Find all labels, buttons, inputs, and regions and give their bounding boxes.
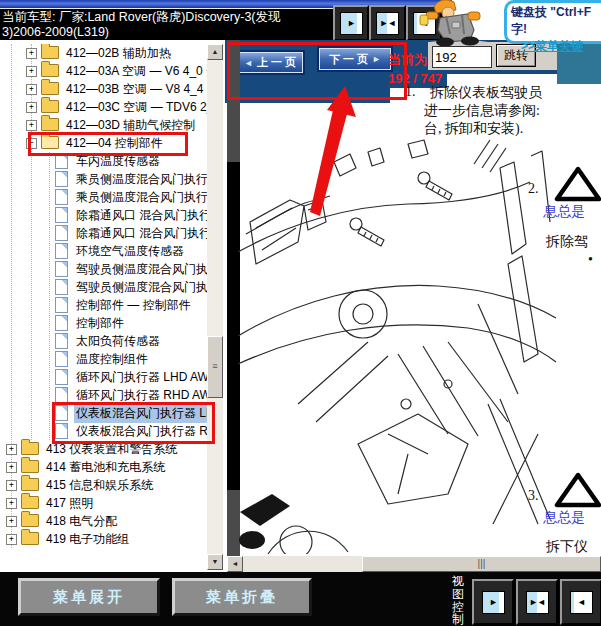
tree-item[interactable]: 环境空气温度传感器 (0, 242, 207, 260)
tree-item[interactable]: 控制部件 — 控制部件 (0, 296, 207, 314)
document-icon (55, 189, 68, 205)
right-arrow-icon: ► (372, 54, 381, 64)
tree-item[interactable]: +419 电子功能组 (0, 530, 207, 548)
pane-both-icon: ►◄ (526, 591, 549, 614)
tree-item[interactable]: 循环风门执行器 RHD AWD (0, 386, 207, 404)
tree-item[interactable]: +413 仪表装置和警告系统 (0, 440, 207, 458)
pane-show-right-button[interactable]: ► (333, 5, 369, 41)
tree-item-label: 循环风门执行器 LHD AWD (74, 368, 207, 387)
tree-scrollbar-thumb[interactable]: ≡ (207, 336, 223, 398)
pane-right-icon: ► (482, 591, 505, 614)
step3-info-link[interactable]: 息总是 (543, 509, 585, 527)
tree-item[interactable]: 控制部件 (0, 314, 207, 332)
tree-item[interactable]: +415 信息和娱乐系统 (0, 476, 207, 494)
expand-icon[interactable]: + (26, 84, 37, 95)
expand-icon[interactable]: + (26, 48, 37, 59)
previous-page-button[interactable]: ◄ 上 一 页 (237, 52, 303, 73)
tree-item[interactable]: 乘员侧温度混合风门执行器 (0, 188, 207, 206)
pane-both-icon: ►◄ (376, 12, 399, 35)
step2-text: 拆除驾 (546, 233, 588, 251)
tree-item[interactable]: +412—03C 空调 — TDV6 2_ (0, 98, 207, 116)
tree-item-label: 循环风门执行器 RHD AWD (74, 386, 207, 405)
tree-item[interactable]: 太阳负荷传感器 (0, 332, 207, 350)
expand-icon[interactable]: + (6, 444, 17, 455)
step2-info-link[interactable]: 息总是 (543, 203, 585, 221)
tree-item[interactable]: 仪表板混合风门执行器 RHD (0, 422, 207, 440)
menu-expand-button[interactable]: 菜单展开 (18, 578, 160, 616)
app-window: 当前车型: 厂家:Land Rover(路虎)Discovery-3(发现 3)… (0, 0, 601, 626)
folder-icon (21, 496, 39, 509)
expand-icon[interactable]: + (6, 534, 17, 545)
folder-icon (41, 64, 59, 77)
expand-icon[interactable]: + (26, 102, 37, 113)
view-split-both-button[interactable]: ►◄ (516, 579, 558, 625)
tree-item[interactable]: 驾驶员侧温度混合风门执行器 (0, 260, 207, 278)
document-icon (55, 315, 68, 331)
tree-scroll-down-button[interactable]: ▼ (207, 554, 223, 570)
document-icon (55, 171, 68, 187)
tree-item[interactable]: +412—03B 空调 — V8 4_4 升 (0, 80, 207, 98)
step1-number: 1. (405, 84, 416, 100)
tree-item-label: 412—04 控制部件 (64, 134, 165, 153)
tree-item[interactable]: +412—03A 空调 — V6 4_0 升 (0, 62, 207, 80)
tree-item[interactable]: 除霜通风口 混合风门执行器 (0, 206, 207, 224)
tree-item[interactable]: −412—04 控制部件 (0, 134, 207, 152)
menu-keyword-link[interactable]: >>菜单关键 (521, 38, 601, 55)
folder-icon (21, 478, 39, 491)
expand-icon[interactable]: + (26, 120, 37, 131)
tree-item-label: 环境空气温度传感器 (74, 242, 186, 261)
step2-number: 2. (528, 181, 539, 197)
page-number-input[interactable] (432, 46, 492, 68)
tree-scroll-up-button[interactable]: ▲ (207, 44, 223, 60)
view-show-left-button[interactable]: ◄ (560, 579, 601, 625)
document-icon (55, 423, 68, 439)
tree-item[interactable]: +418 电气分配 (0, 512, 207, 530)
document-icon (55, 333, 68, 349)
document-icon (55, 279, 68, 295)
document-icon (55, 261, 68, 277)
tree-item-label: 控制部件 — 控制部件 (74, 296, 193, 315)
document-icon (55, 369, 68, 385)
tree-item[interactable]: 乘员侧温度混合风门执行器 (0, 170, 207, 188)
tree-item[interactable]: +412—02B 辅助加热 (0, 44, 207, 62)
tree-item-label: 412—03B 空调 — V8 4_4 升 (64, 80, 207, 99)
document-icon (55, 405, 68, 421)
tree-item[interactable]: +414 蓄电池和充电系统 (0, 458, 207, 476)
content-hscrollbar-thumb[interactable]: ||| (362, 556, 601, 572)
current-page-label: 当前为 (388, 51, 427, 69)
pane-split-both-button[interactable]: ►◄ (369, 5, 406, 41)
expand-icon[interactable]: + (6, 480, 17, 491)
collapse-icon[interactable]: − (26, 138, 37, 149)
folder-icon (41, 118, 59, 131)
expand-icon[interactable]: + (6, 462, 17, 473)
expand-icon[interactable]: + (26, 66, 37, 77)
tree-item[interactable]: +417 照明 (0, 494, 207, 512)
document-icon (55, 225, 68, 241)
tree-rows: +412—02B 辅助加热+412—03A 空调 — V6 4_0 升+412—… (0, 44, 207, 548)
bolt-icon (350, 218, 384, 246)
tree-item[interactable]: 车内温度传感器 (0, 152, 207, 170)
toolbar-background (225, 88, 390, 103)
tree-scrollbar-track[interactable] (207, 44, 223, 570)
tree-item[interactable]: 驾驶员侧温度混合风门执行器 (0, 278, 207, 296)
tree-item-label: 415 信息和娱乐系统 (44, 476, 155, 495)
menu-collapse-button[interactable]: 菜单折叠 (172, 578, 312, 616)
tree-item[interactable]: 温度控制组件 (0, 350, 207, 368)
step1-text: 拆除仪表板驾驶员 (430, 84, 542, 102)
expand-icon[interactable]: + (6, 498, 17, 509)
tree-item-label: 除霜通风口 混合风门执行器 (74, 206, 207, 225)
tree-item[interactable]: 循环风门执行器 LHD AWD (0, 368, 207, 386)
tree-item[interactable]: 仪表板混合风门执行器 LHD (0, 404, 207, 422)
next-page-button[interactable]: 下 一 页 ► (319, 48, 391, 70)
bubble-tip-line2: 字! (511, 21, 601, 38)
tree-item-label: 412—03D 辅助气候控制 (64, 116, 197, 135)
content-scroll-left-button[interactable]: ◄ (227, 556, 243, 572)
tree-item[interactable]: +412—03D 辅助气候控制 (0, 116, 207, 134)
tree-item-label: 413 仪表装置和警告系统 (44, 440, 179, 459)
repairman-mascot (412, 0, 506, 46)
tree-item[interactable]: 除霜通风口 混合风门执行器 (0, 224, 207, 242)
tree-item-label: 417 照明 (44, 494, 95, 513)
expand-icon[interactable]: + (6, 516, 17, 527)
step1-line2: 进一步信息请参阅: (424, 102, 540, 120)
view-show-right-button[interactable]: ► (472, 579, 514, 625)
